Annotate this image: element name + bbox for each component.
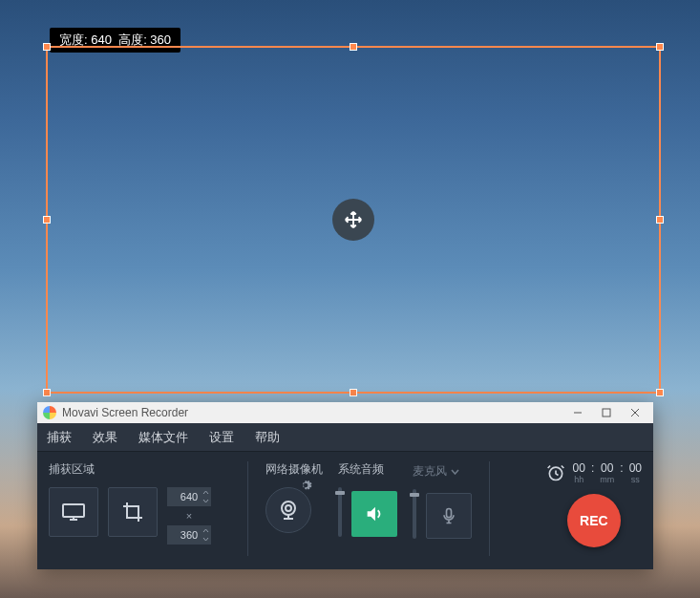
svg-rect-1 <box>603 409 610 416</box>
menu-settings[interactable]: 设置 <box>209 429 234 446</box>
schedule-timer[interactable]: 00hh : 00mm : 00ss <box>546 461 642 484</box>
chevron-down-icon <box>451 469 459 475</box>
crop-icon <box>121 501 144 523</box>
slider-thumb[interactable] <box>410 493 419 497</box>
record-button-label: REC <box>580 513 608 528</box>
sysaudio-toggle[interactable] <box>351 491 397 537</box>
mic-dropdown[interactable]: 麦克风 <box>413 463 459 480</box>
resize-handle-bottom[interactable] <box>350 389 357 396</box>
separator <box>489 461 490 556</box>
chevron-up-icon <box>202 526 210 535</box>
menu-media[interactable]: 媒体文件 <box>138 429 188 446</box>
timer-display: 00hh : 00mm : 00ss <box>573 461 642 484</box>
separator <box>247 461 248 556</box>
minimize-icon <box>573 408 583 417</box>
titlebar[interactable]: Movavi Screen Recorder <box>37 402 653 423</box>
webcam-icon <box>277 499 300 522</box>
aspect-lock-icon[interactable]: × <box>186 510 192 522</box>
height-spinner[interactable] <box>202 526 210 544</box>
menu-help[interactable]: 帮助 <box>255 429 280 446</box>
width-input[interactable]: 640 <box>167 487 211 506</box>
mic-volume-slider[interactable] <box>413 489 416 539</box>
timer-ss-unit: ss <box>631 475 640 484</box>
capture-frame <box>46 46 661 394</box>
chevron-down-icon <box>202 535 210 544</box>
capture-area-label: 捕获区域 <box>49 461 230 478</box>
resize-handle-bottom-left[interactable] <box>43 389 51 396</box>
window-title: Movavi Screen Recorder <box>62 406 563 419</box>
close-icon <box>630 408 640 417</box>
app-body: 捕获区域 640 <box>37 452 653 569</box>
webcam-settings-button[interactable] <box>299 479 312 492</box>
record-section: 00hh : 00mm : 00ss REC <box>546 461 642 556</box>
sysaudio-label: 系统音频 <box>338 461 384 478</box>
svg-rect-7 <box>447 509 452 518</box>
app-window: Movavi Screen Recorder 捕获 效果 媒体文件 设置 帮助 … <box>37 402 653 569</box>
height-input[interactable]: 360 <box>167 525 211 545</box>
menu-effects[interactable]: 效果 <box>93 429 117 446</box>
timer-hh-unit: hh <box>574 475 583 484</box>
chevron-up-icon <box>202 488 210 497</box>
resize-handle-top-right[interactable] <box>656 43 664 51</box>
move-icon <box>343 209 364 230</box>
mic-toggle[interactable] <box>426 493 472 539</box>
width-spinner[interactable] <box>202 488 210 505</box>
dimension-badge: 宽度: 640 高度: 360 <box>50 28 180 53</box>
webcam-toggle[interactable] <box>265 487 311 533</box>
timer-colon: : <box>591 461 594 484</box>
capture-area-section: 捕获区域 640 <box>49 461 230 556</box>
slider-thumb[interactable] <box>335 491 345 495</box>
close-button[interactable] <box>621 402 649 423</box>
sysaudio-volume-slider[interactable] <box>338 487 342 537</box>
svg-point-5 <box>282 502 295 515</box>
maximize-button[interactable] <box>592 402 621 423</box>
resize-handle-bottom-right[interactable] <box>656 389 664 396</box>
timer-mm: 00 <box>601 461 613 475</box>
fullscreen-button[interactable] <box>49 487 98 537</box>
webcam-label: 网络摄像机 <box>265 461 323 478</box>
devices-section: 网络摄像机 系统音频 <box>265 461 472 556</box>
height-value: 360 <box>180 529 198 541</box>
resize-handle-top-left[interactable] <box>43 43 51 51</box>
gear-icon <box>299 479 312 492</box>
record-button[interactable]: REC <box>567 494 621 547</box>
timer-colon: : <box>620 461 623 484</box>
width-value: 640 <box>180 491 198 502</box>
svg-point-6 <box>286 505 291 511</box>
timer-ss: 00 <box>629 461 642 475</box>
app-icon <box>43 406 56 419</box>
menubar: 捕获 效果 媒体文件 设置 帮助 <box>37 423 653 452</box>
resize-handle-top[interactable] <box>350 43 357 51</box>
maximize-icon <box>602 408 611 417</box>
svg-rect-2 <box>63 504 84 517</box>
timer-mm-unit: mm <box>600 475 614 484</box>
resize-handle-right[interactable] <box>656 216 664 224</box>
speaker-icon <box>364 503 385 524</box>
timer-hh: 00 <box>573 461 585 475</box>
menu-capture[interactable]: 捕获 <box>47 429 72 446</box>
resize-handle-left[interactable] <box>43 216 51 224</box>
chevron-down-icon <box>202 497 210 505</box>
monitor-icon <box>61 502 86 522</box>
move-frame-button[interactable] <box>332 199 374 241</box>
custom-region-button[interactable] <box>108 487 158 537</box>
mic-label-text: 麦克风 <box>413 463 447 480</box>
alarm-clock-icon <box>546 463 565 482</box>
microphone-icon <box>439 506 458 525</box>
minimize-button[interactable] <box>563 402 592 423</box>
